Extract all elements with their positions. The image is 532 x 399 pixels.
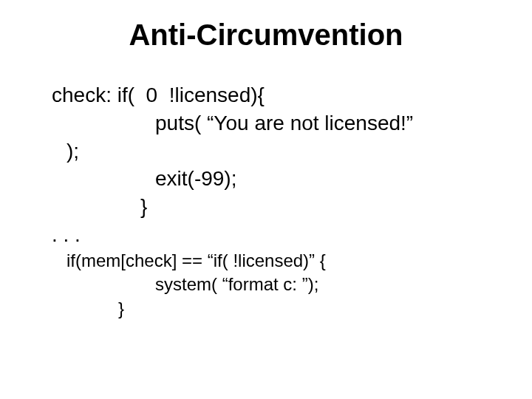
code-block-small: if(mem[check] == “if( !licensed)” { syst… bbox=[30, 249, 502, 321]
slide: Anti-Circumvention check: if( 0 !license… bbox=[0, 0, 532, 399]
code-block: check: if( 0 !licensed){ puts( “You are … bbox=[30, 81, 502, 321]
code-line: } bbox=[30, 193, 502, 221]
code-line: if(mem[check] == “if( !licensed)” { bbox=[30, 249, 502, 273]
code-line: check: if( 0 !licensed){ bbox=[30, 81, 502, 109]
code-line: ); bbox=[30, 137, 502, 166]
code-line: . . . bbox=[30, 221, 502, 249]
code-line: system( “format c: ”); bbox=[30, 273, 502, 296]
code-line: } bbox=[30, 297, 502, 321]
code-line: exit(-99); bbox=[30, 165, 502, 193]
code-line: puts( “You are not licensed!” bbox=[30, 109, 502, 137]
slide-title: Anti-Circumvention bbox=[30, 15, 502, 52]
